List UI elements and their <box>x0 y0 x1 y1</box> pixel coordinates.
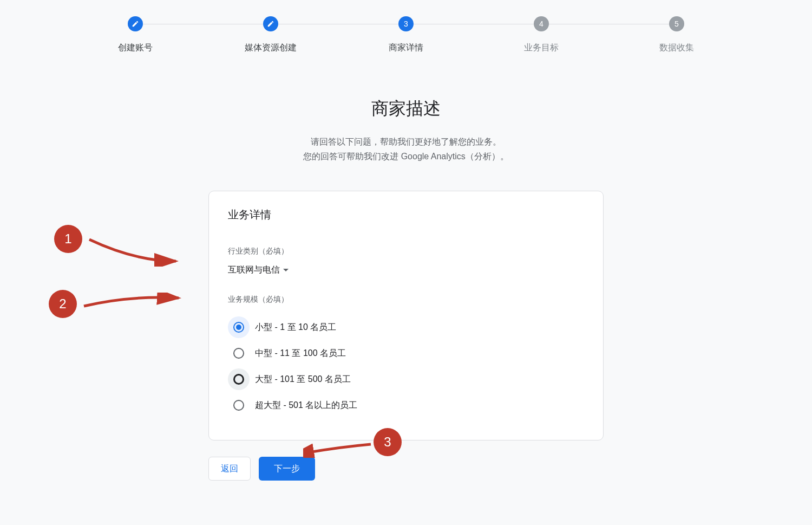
step-label-2: 媒体资源创建 <box>245 42 297 54</box>
heading-section: 商家描述 请回答以下问题，帮助我们更好地了解您的业务。 您的回答可帮助我们改进 … <box>0 97 812 164</box>
step-data-collection[interactable]: 5 数据收集 <box>609 16 744 54</box>
scale-label: 业务规模（必填） <box>228 295 584 304</box>
step-label-1: 创建账号 <box>118 42 153 54</box>
step-label-3: 商家详情 <box>389 42 423 54</box>
step-business-objectives[interactable]: 4 业务目标 <box>474 16 609 54</box>
step-circle-2 <box>263 16 278 31</box>
scale-field-group: 业务规模（必填） 小型 - 1 至 10 名员工 中型 - 11 至 100 名… <box>228 295 584 418</box>
step-circle-4: 4 <box>534 16 549 31</box>
page-subtitle: 请回答以下问题，帮助我们更好地了解您的业务。 您的回答可帮助我们改进 Googl… <box>0 134 812 164</box>
pencil-icon <box>132 20 139 28</box>
step-label-5: 数据收集 <box>659 42 694 54</box>
scale-radio-group: 小型 - 1 至 10 名员工 中型 - 11 至 100 名员工 大型 - 1… <box>228 314 584 418</box>
radio-label: 超大型 - 501 名以上的员工 <box>255 400 357 411</box>
radio-label: 中型 - 11 至 100 名员工 <box>255 348 346 359</box>
next-button[interactable]: 下一步 <box>259 457 315 481</box>
industry-value: 互联网与电信 <box>228 264 280 276</box>
radio-option-large[interactable]: 大型 - 101 至 500 名员工 <box>228 366 584 392</box>
setup-stepper: 创建账号 媒体资源创建 3 商家详情 4 业务目标 5 数据收集 <box>0 0 812 54</box>
step-circle-1 <box>128 16 143 31</box>
step-circle-5: 5 <box>669 16 684 31</box>
back-button[interactable]: 返回 <box>208 457 251 481</box>
annotation-arrow-3 <box>303 442 374 458</box>
annotation-arrow-2 <box>81 293 184 314</box>
radio-icon <box>233 322 244 333</box>
step-circle-3: 3 <box>398 16 414 31</box>
card-title: 业务详情 <box>228 208 584 222</box>
annotation-marker-3: 3 <box>374 428 402 456</box>
radio-icon <box>233 348 244 359</box>
step-create-account[interactable]: 创建账号 <box>68 16 203 54</box>
page-title: 商家描述 <box>0 97 812 121</box>
radio-option-medium[interactable]: 中型 - 11 至 100 名员工 <box>228 340 584 366</box>
step-create-property[interactable]: 媒体资源创建 <box>203 16 338 54</box>
annotation-arrow-1 <box>87 234 181 267</box>
radio-icon <box>233 374 244 385</box>
radio-icon <box>233 400 244 411</box>
pencil-icon <box>267 20 274 28</box>
business-details-card: 业务详情 行业类别（必填） 互联网与电信 业务规模（必填） 小型 - 1 至 1… <box>208 191 604 440</box>
radio-label: 小型 - 1 至 10 名员工 <box>255 322 336 333</box>
annotation-marker-1: 1 <box>54 225 82 253</box>
caret-down-icon <box>283 269 289 271</box>
industry-label: 行业类别（必填） <box>228 247 584 256</box>
industry-field-group: 行业类别（必填） 互联网与电信 <box>228 247 584 276</box>
annotation-marker-2: 2 <box>49 290 77 318</box>
step-business-details[interactable]: 3 商家详情 <box>338 16 474 54</box>
button-row: 返回 下一步 <box>208 457 604 481</box>
step-label-4: 业务目标 <box>524 42 559 54</box>
radio-option-small[interactable]: 小型 - 1 至 10 名员工 <box>228 314 584 340</box>
industry-dropdown[interactable]: 互联网与电信 <box>228 264 289 276</box>
radio-option-xlarge[interactable]: 超大型 - 501 名以上的员工 <box>228 392 584 418</box>
radio-label: 大型 - 101 至 500 名员工 <box>255 374 351 385</box>
